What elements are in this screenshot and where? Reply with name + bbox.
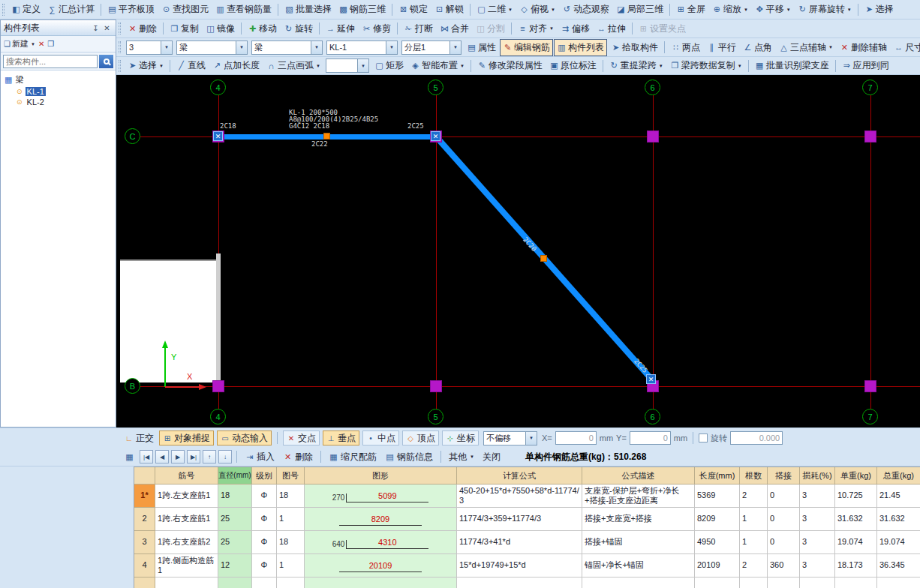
dynamic-input-toggle[interactable]: ▭ 动态输入	[217, 430, 272, 446]
summary-calc-button[interactable]: ∑ 汇总计算	[44, 1, 98, 18]
chevron-down-icon[interactable]: ▼	[386, 41, 397, 54]
drawing-canvas[interactable]: ✕ ✕ ✕ KL-1 200*500 A8@100/200(4)2B25/4B2…	[116, 75, 920, 428]
search-button[interactable]	[99, 55, 113, 68]
new-component-button[interactable]: ❏ 新建 ▼	[4, 38, 35, 50]
view-2d-button[interactable]: ▢ 二维 ▼	[474, 1, 516, 18]
copy-component-button[interactable]: ❐	[47, 40, 54, 48]
delete-component-button[interactable]: ✕	[38, 40, 44, 48]
rebar-3d-button[interactable]: ▩ 钢筋三维	[335, 1, 389, 18]
three-point-arc-button[interactable]: ∩ 三点画弧 ▼	[263, 57, 323, 74]
column-marker[interactable]	[864, 380, 876, 392]
lap-cell[interactable]: 0	[768, 484, 800, 508]
point-plus-length-button[interactable]: ↗ 点加长度	[209, 57, 263, 74]
loss-cell[interactable]: 3	[800, 531, 835, 554]
type-select[interactable]: 梁 ▼	[251, 40, 323, 55]
screen-rotate-button[interactable]: ↻ 屏幕旋转 ▼	[795, 1, 855, 18]
batch-identify-beam-support-button[interactable]: ▦ 批量识别梁支座	[752, 57, 832, 74]
selection-grip[interactable]: ✕	[213, 131, 223, 141]
formula-cell[interactable]: 450-20+15*d+7550+58*d-11774/3	[457, 484, 582, 508]
unit-weight-cell[interactable]: 31.632	[835, 508, 877, 531]
figure-number-cell[interactable]: 18	[277, 531, 305, 554]
delete-button[interactable]: ✕ 删除	[125, 20, 160, 38]
component-list-button[interactable]: ▥ 构件列表	[554, 39, 607, 56]
chevron-down-icon[interactable]: ▼	[449, 41, 461, 54]
row-number-cell[interactable]: 2	[134, 508, 155, 531]
row-number-cell[interactable]: 3	[134, 531, 155, 554]
row-number-cell[interactable]: 4	[134, 554, 155, 578]
trim-button[interactable]: ✂ 修剪	[359, 20, 394, 38]
extend-button[interactable]: → 延伸	[323, 20, 358, 38]
unit-weight-cell[interactable]: 19.074	[835, 531, 877, 554]
pick-component-button[interactable]: ➤ 拾取构件	[608, 39, 661, 56]
rebar-name-cell[interactable]: 1跨.右支座筋1	[155, 508, 218, 531]
snap-intersection[interactable]: ✕ 交点	[283, 430, 320, 446]
lock-button[interactable]: ⊠ 锁定	[395, 1, 431, 18]
snap-coordinate[interactable]: ⊹ 坐标	[442, 430, 479, 446]
rebar-name-cell[interactable]: 1跨.侧面构造筋1	[155, 554, 218, 578]
snap-midpoint[interactable]: • 中点	[362, 430, 399, 446]
chevron-down-icon[interactable]: ▼	[236, 41, 247, 54]
chevron-down-icon[interactable]: ▼	[357, 59, 368, 72]
column-marker[interactable]	[864, 130, 876, 142]
align-button[interactable]: ≡ 对齐 ▼	[515, 20, 557, 38]
shape-cell[interactable]: 270 5099	[305, 484, 457, 508]
rebar-name-cell[interactable]: 1跨.左支座筋1	[155, 484, 218, 508]
figure-number-cell[interactable]: 1	[277, 554, 305, 578]
other-button[interactable]: 其他 ▼	[446, 450, 477, 464]
chevron-down-icon[interactable]: ▼	[161, 41, 172, 54]
move-row-up-button[interactable]: ↑	[203, 450, 216, 464]
total-weight-cell[interactable]: 31.632	[877, 508, 920, 531]
diameter-cell[interactable]: 18	[218, 484, 252, 508]
offset-select[interactable]: 不偏移 ▼	[483, 431, 537, 446]
delete-aux-axis-button[interactable]: ✕ 删除辅轴	[837, 39, 890, 56]
batch-select-button[interactable]: ▧ 批量选择	[281, 1, 335, 18]
arc-param-select[interactable]: ▼	[326, 58, 369, 73]
select-mode-button[interactable]: ➤ 选择 ▼	[125, 57, 167, 74]
rebar-info-button[interactable]: ▤ 钢筋信息	[382, 450, 436, 464]
next-row-button[interactable]: ▶	[171, 450, 185, 464]
ortho-toggle[interactable]: ∟ 正交	[122, 431, 156, 446]
fullscreen-button[interactable]: ⊞ 全屏	[673, 1, 708, 18]
rebar-name-cell[interactable]: 1跨.右支座筋2	[155, 531, 218, 554]
chevron-down-icon[interactable]: ▼	[311, 41, 322, 54]
pin-icon[interactable]: ↧	[90, 24, 101, 32]
close-icon[interactable]: ✕	[101, 24, 113, 32]
shape-cell[interactable]: 640 4310	[305, 531, 457, 554]
lap-cell[interactable]: 0	[768, 508, 800, 531]
rotate-checkbox[interactable]	[699, 434, 708, 442]
modify-beam-segment-button[interactable]: ✎ 修改梁段属性	[474, 57, 546, 74]
category-select[interactable]: 梁 ▼	[176, 40, 248, 55]
line-tool-button[interactable]: ╱ 直线	[173, 57, 209, 74]
formula-cell[interactable]: 15*d+19749+15*d	[457, 554, 582, 578]
length-cell[interactable]: 5369	[695, 484, 740, 508]
row-number-cell[interactable]: 1*	[134, 484, 155, 508]
figure-number-cell[interactable]: 1	[277, 508, 305, 531]
dimension-button[interactable]: ↔ 尺寸标注	[891, 39, 920, 56]
unit-weight-cell[interactable]: 10.725	[835, 484, 877, 508]
level-cell[interactable]: Φ	[252, 554, 277, 578]
align-slab-top-button[interactable]: ▤ 平齐板顶	[104, 1, 158, 18]
length-cell[interactable]: 20109	[695, 554, 740, 578]
move-row-down-button[interactable]: ↓	[218, 450, 232, 464]
close-table-button[interactable]: 关闭	[480, 450, 504, 464]
snap-vertex[interactable]: ◇ 顶点	[402, 430, 439, 446]
loss-cell[interactable]: 3	[800, 508, 835, 531]
column-marker[interactable]	[212, 380, 224, 392]
formula-desc-cell[interactable]: 锚固+净长+锚固	[582, 554, 695, 578]
rotate-angle-input[interactable]	[730, 431, 783, 445]
break-button[interactable]: ✁ 打断	[401, 20, 436, 38]
object-snap-toggle[interactable]: ⊞ 对象捕捉	[159, 430, 214, 446]
first-row-button[interactable]: |◀	[140, 450, 153, 464]
in-situ-annotation-button[interactable]: ▣ 原位标注	[546, 57, 600, 74]
two-point-button[interactable]: ∷ 两点	[668, 39, 703, 56]
level-cell[interactable]: Φ	[252, 531, 277, 554]
move-button[interactable]: ✚ 移动	[245, 20, 280, 38]
shape-cell[interactable]: 8209	[305, 508, 457, 531]
orbit-button[interactable]: ↺ 动态观察	[559, 1, 612, 18]
define-button[interactable]: ◧ 定义	[8, 1, 44, 18]
length-cell[interactable]: 8209	[695, 508, 740, 531]
formula-cell[interactable]: 11774/3+41*d	[457, 531, 582, 554]
unlock-button[interactable]: ⊡ 解锁	[431, 1, 467, 18]
search-input[interactable]	[3, 55, 98, 68]
total-weight-cell[interactable]: 36.345	[877, 554, 920, 578]
